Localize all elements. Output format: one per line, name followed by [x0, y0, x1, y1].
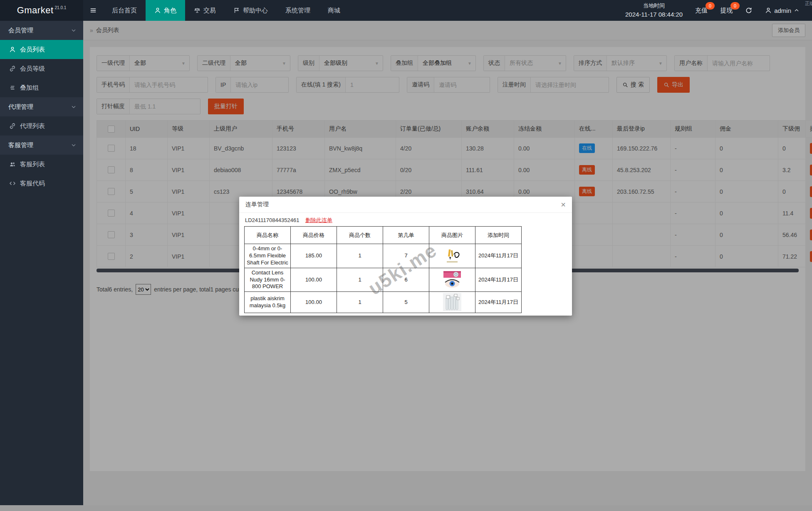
- sidebar-item-label: 客服列表: [20, 160, 45, 168]
- sidebar-item-stack-group[interactable]: 叠加组: [0, 78, 83, 97]
- product-row: Contact Lens Nudy 16mm 0-800 POWER100.00…: [245, 268, 522, 292]
- product-seq: 6: [383, 268, 429, 292]
- users-icon: [9, 161, 16, 168]
- modal-header: 连单管理 ×: [239, 197, 572, 213]
- product-seq: 7: [383, 244, 429, 268]
- nav-item-mall[interactable]: 商城: [319, 0, 349, 21]
- product-column-header: 第几单: [383, 227, 429, 244]
- nav-item-help[interactable]: 帮助中心: [225, 0, 277, 21]
- product-name: 0-4mm or 0-6.5mm Flexible Shaft For Elec…: [245, 244, 291, 268]
- product-price: 185.00: [291, 244, 337, 268]
- sidebar-group-label: 客服管理: [8, 141, 33, 149]
- nav-item-label: 交易: [203, 7, 216, 15]
- product-seq: 5: [383, 292, 429, 313]
- sidebar-item-service-list[interactable]: 客服列表: [0, 155, 83, 174]
- product-column-header: 商品图片: [429, 227, 475, 244]
- product-price: 100.00: [291, 292, 337, 313]
- link-icon: [9, 65, 16, 72]
- product-date: 2024年11月17日: [475, 292, 522, 313]
- contact-lens-photo: [443, 271, 461, 289]
- scales-icon: [194, 7, 201, 14]
- product-qty: 1: [337, 292, 383, 313]
- product-image-cell: [429, 268, 475, 292]
- sidebar-item-member-list[interactable]: 会员列表: [0, 40, 83, 59]
- nav-item-label: 系统管理: [285, 7, 310, 15]
- chain-order-modal: 连单管理 × LD2411170844352461 删除此连单 商品名称商品价格…: [239, 197, 572, 316]
- chain-order-number: LD2411170844352461: [245, 217, 299, 223]
- user-menu[interactable]: admin: [765, 7, 800, 14]
- nav-item-label: 商城: [328, 7, 340, 15]
- withdraw-button[interactable]: 提现 0: [720, 7, 733, 15]
- nav-item-trade[interactable]: 交易: [185, 0, 225, 21]
- product-name: plastik aiskrim malaysia 0.5kg: [245, 292, 291, 313]
- modal-title: 连单管理: [245, 201, 269, 208]
- flexible-shaft-photo: [443, 247, 461, 265]
- nav-item-label: 后台首页: [112, 7, 137, 15]
- close-icon[interactable]: ×: [561, 200, 566, 209]
- person-icon: [9, 46, 16, 53]
- sidebar-group-label: 代理管理: [8, 103, 33, 111]
- product-column-header: 商品名称: [245, 227, 291, 244]
- nav-item-roles[interactable]: 角色: [146, 0, 185, 21]
- product-date: 2024年11月17日: [475, 268, 522, 292]
- recharge-badge: 0: [706, 2, 715, 10]
- product-column-header: 添加时间: [475, 227, 522, 244]
- list-icon: [9, 84, 16, 91]
- recharge-button[interactable]: 充值 0: [695, 7, 708, 15]
- menu-toggle-icon[interactable]: [83, 0, 103, 21]
- product-table: 商品名称商品价格商品个数第几单商品图片添加时间 0-4mm or 0-6.5mm…: [244, 226, 522, 313]
- topbar: Gmarket21.0.1 后台首页角色交易帮助中心系统管理商城 当地时间 20…: [0, 0, 812, 21]
- local-time-label: 当地时间: [625, 2, 683, 10]
- product-date: 2024年11月17日: [475, 244, 522, 268]
- plastic-tubes-photo: [443, 293, 461, 311]
- logo: Gmarket21.0.1: [0, 0, 83, 21]
- local-time: 当地时间 2024-11-17 08:44:20: [625, 2, 683, 19]
- hamburger-icon: [89, 7, 97, 14]
- corner-watermark: 正版: [805, 0, 812, 7]
- topbar-right: 当地时间 2024-11-17 08:44:20 充值 0 提现 0 admin: [625, 2, 812, 19]
- sidebar-group-agent-mgmt[interactable]: 代理管理: [0, 97, 83, 116]
- refresh-arrow-icon: [745, 7, 753, 14]
- nav-item-home[interactable]: 后台首页: [103, 0, 146, 21]
- window-scrollbar[interactable]: [0, 505, 812, 511]
- product-column-header: 商品价格: [291, 227, 337, 244]
- person-icon: [154, 7, 161, 14]
- product-image-cell: [429, 244, 475, 268]
- nav-item-label: 帮助中心: [243, 7, 268, 15]
- chevron-down-icon: [71, 142, 77, 148]
- sidebar-group-member-mgmt[interactable]: 会员管理: [0, 21, 83, 40]
- modal-body: LD2411170844352461 删除此连单 商品名称商品价格商品个数第几单…: [239, 213, 572, 313]
- chevron-down-icon: [71, 104, 77, 110]
- sidebar-item-service-code[interactable]: 客服代码: [0, 174, 83, 193]
- sidebar-group-label: 会员管理: [8, 27, 33, 35]
- sidebar-item-agent-list[interactable]: 代理列表: [0, 116, 83, 136]
- top-navigation: 后台首页角色交易帮助中心系统管理商城: [103, 0, 349, 21]
- order-line: LD2411170844352461 删除此连单: [245, 217, 567, 224]
- version-label: 21.0.1: [55, 5, 67, 10]
- chevron-down-icon: [71, 27, 77, 33]
- product-qty: 1: [337, 244, 383, 268]
- sidebar-item-label: 会员等级: [20, 65, 45, 73]
- flag-icon: [233, 7, 240, 14]
- username-label: admin: [774, 7, 791, 14]
- sidebar: 会员管理会员列表会员等级叠加组代理管理代理列表客服管理客服列表客服代码: [0, 21, 83, 511]
- code-icon: [9, 180, 16, 187]
- refresh-icon[interactable]: [745, 7, 753, 14]
- product-price: 100.00: [291, 268, 337, 292]
- nav-item-system[interactable]: 系统管理: [277, 0, 319, 21]
- product-row: 0-4mm or 0-6.5mm Flexible Shaft For Elec…: [245, 244, 522, 268]
- product-name: Contact Lens Nudy 16mm 0-800 POWER: [245, 268, 291, 292]
- sidebar-item-member-level[interactable]: 会员等级: [0, 59, 83, 78]
- product-header-row: 商品名称商品价格商品个数第几单商品图片添加时间: [245, 227, 522, 244]
- local-time-value: 2024-11-17 08:44:20: [625, 10, 683, 19]
- user-icon: [765, 7, 772, 14]
- withdraw-badge: 0: [730, 2, 740, 10]
- nav-item-label: 角色: [164, 7, 176, 15]
- app-window: Gmarket21.0.1 后台首页角色交易帮助中心系统管理商城 当地时间 20…: [0, 0, 812, 511]
- sidebar-group-service-mgmt[interactable]: 客服管理: [0, 136, 83, 155]
- sidebar-item-label: 叠加组: [20, 84, 39, 92]
- logo-text: Gmarket: [17, 5, 54, 16]
- delete-chain-link[interactable]: 删除此连单: [305, 217, 332, 223]
- product-column-header: 商品个数: [337, 227, 383, 244]
- chevron-up-icon: [794, 7, 800, 13]
